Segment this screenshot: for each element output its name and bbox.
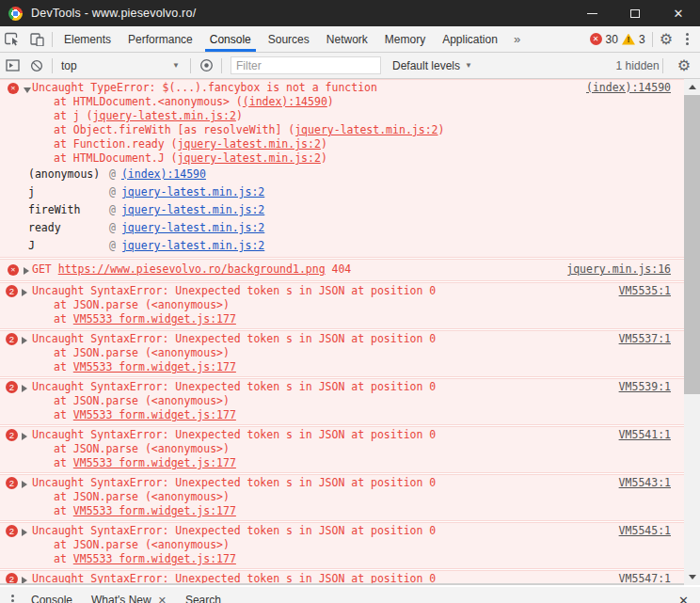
scroll-up-button[interactable]	[684, 79, 700, 95]
eye-icon	[199, 58, 214, 72]
expand-arrow-icon[interactable]	[22, 337, 27, 344]
expand-arrow-icon[interactable]	[22, 385, 27, 392]
error-message-text: Uncaught SyntaxError: Unexpected token s…	[32, 524, 619, 538]
drawer-tab-whats-new[interactable]: What's New ✕	[82, 588, 176, 603]
stack-function-name: (anonymous)	[28, 166, 109, 183]
settings-gear-icon[interactable]: ⚙	[660, 32, 673, 47]
source-location-link[interactable]: VM5537:1	[619, 332, 684, 346]
close-drawer-icon[interactable]: ✕	[667, 594, 700, 603]
main-menu-kebab-icon[interactable]	[676, 33, 698, 45]
error-badge-icon[interactable]	[590, 33, 602, 45]
repeat-count-badge: 2	[6, 477, 18, 489]
tab-performance[interactable]: Performance	[119, 26, 201, 52]
stack-function-name: fireWith	[28, 201, 109, 219]
toolbar-divider	[52, 32, 53, 47]
source-location-link[interactable]: VM5541:1	[619, 428, 684, 442]
more-tabs-button[interactable]: »	[506, 32, 528, 46]
source-location-link[interactable]: VM5539:1	[619, 380, 684, 394]
drawer-tabbar: Console What's New ✕ Search ✕	[0, 587, 700, 603]
stack-source-link[interactable]: (index):14590	[121, 166, 206, 183]
live-expression-button[interactable]	[194, 55, 218, 77]
status-badges: 30 3 ⚙	[590, 32, 700, 47]
stack-frame-link[interactable]: VM5533 form.widget.js:177	[73, 408, 236, 421]
network-error-text: GET https://www.piesevolvo.ro/background…	[32, 262, 566, 277]
stack-frame-line: at VM5533 form.widget.js:177	[0, 312, 684, 326]
close-tab-icon[interactable]: ✕	[158, 595, 167, 603]
drawer-tab-console[interactable]: Console	[22, 588, 82, 603]
scroll-down-arrow-icon	[689, 575, 696, 579]
clear-console-button[interactable]	[24, 55, 49, 77]
expand-arrow-icon[interactable]	[22, 529, 27, 536]
source-location-link[interactable]: jquery.min.js:16	[566, 262, 684, 277]
expanded-stack-row: fireWith @ jquery-latest.min.js:2	[0, 201, 684, 219]
expand-arrow-icon[interactable]	[22, 481, 27, 488]
source-location-link[interactable]: (index):14590	[586, 81, 684, 95]
tab-console[interactable]: Console	[201, 26, 260, 52]
log-levels-selector[interactable]: Default levels ▼	[387, 59, 485, 72]
tab-network[interactable]: Network	[318, 26, 376, 52]
stack-frame-link[interactable]: VM5533 form.widget.js:177	[73, 552, 236, 565]
expanded-stack-row: (anonymous) @ (index):14590	[0, 166, 684, 183]
stack-frame-line: at JSON.parse (<anonymous>)	[0, 346, 684, 360]
warning-count[interactable]: 3	[639, 33, 645, 46]
stack-frame-link[interactable]: jquery-latest.min.js:2	[294, 123, 438, 136]
stack-frame-link[interactable]: VM5533 form.widget.js:177	[73, 360, 236, 373]
tab-application[interactable]: Application	[434, 26, 506, 52]
device-toolbar-button[interactable]	[24, 28, 49, 51]
expand-arrow-icon[interactable]	[22, 433, 27, 440]
stack-frame-link[interactable]: jquery-latest.min.js:2	[178, 137, 321, 151]
request-url-link[interactable]: https://www.piesevolvo.ro/background1.pn…	[58, 262, 326, 276]
filter-input[interactable]	[231, 56, 381, 74]
context-label: top	[61, 59, 77, 72]
stack-source-link[interactable]: jquery-latest.min.js:2	[121, 201, 264, 219]
stack-frame-link[interactable]: (index):14590	[243, 95, 327, 108]
stack-source-link[interactable]: jquery-latest.min.js:2	[121, 237, 264, 255]
stack-source-link[interactable]: jquery-latest.min.js:2	[121, 219, 264, 237]
stack-frame-link[interactable]: jquery-latest.min.js:2	[93, 109, 236, 122]
repeat-count-badge: 2	[6, 525, 18, 537]
scrollbar-thumb[interactable]	[684, 95, 700, 394]
close-icon: ✕	[674, 8, 684, 20]
expand-arrow-icon[interactable]	[24, 267, 29, 275]
warning-badge-icon[interactable]	[622, 34, 635, 45]
tab-elements[interactable]: Elements	[56, 26, 119, 52]
stack-frame-link[interactable]: VM5533 form.widget.js:177	[73, 504, 236, 517]
repeat-count-badge: 2	[6, 573, 18, 585]
console-settings-button[interactable]: ⚙	[666, 57, 700, 74]
stack-frame-link[interactable]: VM5533 form.widget.js:177	[73, 312, 236, 325]
stack-frame-line: at JSON.parse (<anonymous>)	[0, 298, 684, 312]
stack-frame-line: at HTMLDocument.<anonymous> ((index):145…	[0, 95, 684, 109]
stack-frame-line: at Object.fireWith [as resolveWith] (jqu…	[0, 123, 684, 137]
source-location-link[interactable]: VM5547:1	[619, 572, 684, 585]
minimize-button[interactable]	[570, 0, 613, 26]
main-toolbar: Elements Performance Console Sources Net…	[0, 26, 700, 53]
console-scrollbar[interactable]	[684, 79, 700, 585]
expand-arrow-icon[interactable]	[22, 577, 27, 584]
toolbar-divider	[52, 58, 53, 73]
error-message-text: Uncaught SyntaxError: Unexpected token s…	[32, 572, 619, 585]
stack-frame-link[interactable]: jquery-latest.min.js:2	[178, 151, 321, 165]
sidebar-toggle-icon	[6, 59, 20, 71]
drawer-menu-kebab-icon[interactable]	[0, 595, 22, 603]
tab-memory[interactable]: Memory	[376, 26, 434, 52]
toolbar-divider	[221, 58, 222, 73]
expand-arrow-icon[interactable]	[22, 289, 27, 296]
stack-frame-link[interactable]: VM5533 form.widget.js:177	[73, 456, 236, 469]
close-button[interactable]: ✕	[657, 0, 700, 26]
error-count[interactable]: 30	[606, 33, 618, 46]
execution-context-selector[interactable]: top ▼	[56, 59, 187, 72]
source-location-link[interactable]: VM5535:1	[619, 284, 684, 298]
stack-function-name: j	[28, 183, 109, 201]
console-sidebar-toggle-button[interactable]	[0, 55, 24, 77]
inspect-element-button[interactable]	[0, 28, 24, 51]
collapse-arrow-icon[interactable]	[24, 87, 31, 93]
maximize-button[interactable]	[613, 0, 657, 26]
drawer-tab-search[interactable]: Search	[176, 588, 231, 603]
stack-source-link[interactable]: jquery-latest.min.js:2	[121, 183, 264, 201]
scroll-down-button[interactable]	[684, 569, 700, 585]
window-controls: ✕	[570, 0, 700, 26]
stack-function-name: ready	[28, 219, 109, 237]
source-location-link[interactable]: VM5545:1	[619, 524, 684, 538]
tab-sources[interactable]: Sources	[260, 26, 318, 52]
source-location-link[interactable]: VM5543:1	[619, 476, 684, 490]
